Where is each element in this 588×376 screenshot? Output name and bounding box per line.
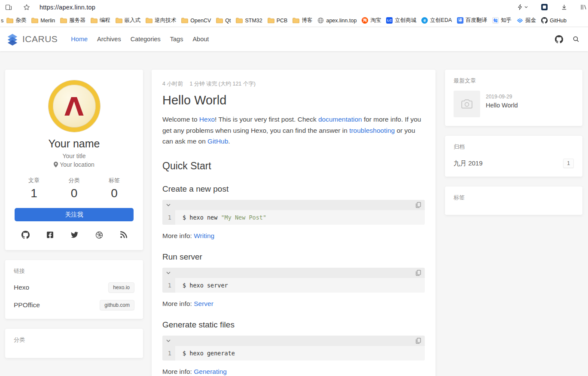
- camera-icon: [460, 98, 473, 110]
- links-header: 链接: [14, 267, 134, 275]
- article-card: 4 小时前 1 分钟 读完 (大约 121 个字) Hello World We…: [152, 70, 436, 376]
- bookmark-item[interactable]: 淘淘宝: [359, 16, 384, 25]
- bookmark-item[interactable]: STM32: [233, 17, 265, 24]
- bookmark-item[interactable]: 嵌入式: [113, 16, 143, 25]
- more-info-label: More info:: [162, 368, 194, 375]
- bookmark-item[interactable]: 杂类: [4, 16, 29, 25]
- intro-link[interactable]: Hexo: [199, 116, 215, 123]
- bookmark-item[interactable]: 逆向技术: [143, 16, 179, 25]
- site-brand[interactable]: ICARUS: [6, 33, 58, 46]
- bookmark-item[interactable]: PCB: [265, 17, 290, 24]
- bookmark-item[interactable]: 博客: [290, 16, 315, 25]
- code-line-row: 1$ hexo generate: [162, 346, 425, 361]
- intro-link[interactable]: troubleshooting: [349, 127, 395, 134]
- bookmark-label: 百度翻译: [466, 17, 487, 24]
- folder-icon: [292, 18, 299, 23]
- collapse-chevron-icon[interactable]: [166, 339, 171, 342]
- collapse-chevron-icon[interactable]: [166, 204, 171, 206]
- categories-card: 分类: [5, 329, 143, 358]
- collapse-chevron-icon[interactable]: [166, 272, 171, 274]
- bookmark-item[interactable]: apex.linn.top: [315, 16, 359, 24]
- bookmark-item[interactable]: Qt: [213, 17, 233, 24]
- bookmark-item[interactable]: GitHub: [539, 16, 569, 24]
- intro-text: Welcome to: [162, 116, 199, 123]
- nav-item-archives[interactable]: Archives: [92, 36, 126, 43]
- tags-header: 标签: [454, 194, 574, 202]
- more-info-label: More info:: [162, 232, 194, 239]
- bookmark-item[interactable]: 编程: [88, 16, 113, 25]
- download-icon[interactable]: [561, 4, 567, 10]
- bookmark-label: 立创商城: [395, 17, 416, 24]
- more-info-link[interactable]: Server: [194, 300, 213, 307]
- extension-icon[interactable]: [541, 3, 548, 11]
- bookmark-label: 淘宝: [370, 17, 381, 24]
- search-icon[interactable]: [573, 36, 579, 43]
- bookmark-item[interactable]: e立创EDA: [419, 16, 454, 25]
- bookmark-label: 杂类: [15, 17, 26, 24]
- performance-icon[interactable]: [517, 4, 528, 10]
- more-info-link[interactable]: Generating: [194, 368, 227, 375]
- code-text[interactable]: $ hexo new "My New Post": [175, 210, 266, 225]
- main-column: 4 小时前 1 分钟 读完 (大约 121 个字) Hello World We…: [152, 70, 436, 376]
- bookmark-label: OpenCV: [190, 18, 211, 24]
- link-item[interactable]: PPOfficegithub.com: [14, 300, 134, 310]
- github-icon[interactable]: [555, 35, 563, 43]
- code-line-row: 1$ hexo server: [162, 278, 425, 293]
- bookmark-star-icon[interactable]: [23, 4, 30, 11]
- nav-item-home[interactable]: Home: [66, 36, 92, 43]
- folder-icon: [268, 18, 274, 23]
- code-token: $ hexo new: [183, 214, 221, 221]
- profile-stat[interactable]: 文章1: [28, 177, 40, 200]
- nav-item-tags[interactable]: Tags: [165, 36, 188, 43]
- archive-item[interactable]: 九月 20191: [454, 159, 574, 168]
- bookmark-item[interactable]: 知知乎: [490, 16, 514, 25]
- copy-code-icon[interactable]: [416, 338, 421, 344]
- section-heading: Generate static files: [162, 320, 425, 330]
- profile-stat[interactable]: 标签0: [109, 177, 120, 200]
- bookmark-item[interactable]: 服务器: [58, 16, 88, 25]
- more-info-link[interactable]: Writing: [194, 232, 214, 239]
- intro-link[interactable]: GitHub: [207, 138, 228, 145]
- more-info: More info: Server: [162, 300, 425, 308]
- recent-post-item[interactable]: 2019-09-29Hello World: [454, 91, 574, 117]
- bookmark-item[interactable]: OpenCV: [179, 17, 213, 24]
- code-text[interactable]: $ hexo generate: [175, 346, 235, 361]
- intro-link[interactable]: documentation: [318, 116, 362, 123]
- reader-pages-icon[interactable]: [5, 4, 12, 11]
- twitter-icon[interactable]: [70, 231, 79, 239]
- link-domain-tag: github.com: [100, 300, 134, 310]
- site-navbar: ICARUS HomeArchivesCategoriesTagsAbout: [0, 27, 588, 51]
- bookmark-item[interactable]: 译百度翻译: [454, 16, 490, 25]
- code-text[interactable]: $ hexo server: [175, 278, 228, 293]
- profile-name: Your name: [15, 138, 134, 150]
- clipped-bookmark[interactable]: s: [1, 18, 3, 24]
- url-text[interactable]: https://apex.linn.top: [40, 4, 95, 11]
- copy-code-icon[interactable]: [416, 202, 421, 208]
- facebook-icon[interactable]: [46, 231, 54, 239]
- link-item[interactable]: Hexohexo.io: [14, 282, 134, 293]
- profile-stat[interactable]: 分类0: [69, 177, 80, 200]
- profile-location: Your location: [15, 161, 134, 168]
- github-icon: [541, 17, 548, 24]
- follow-button[interactable]: 关注我: [15, 208, 134, 221]
- folder-icon: [216, 18, 223, 23]
- bookmark-label: Merlin: [40, 18, 55, 24]
- folder-icon: [236, 18, 243, 23]
- stat-value: 0: [69, 186, 80, 200]
- copy-code-icon[interactable]: [416, 270, 421, 276]
- bookmark-label: 服务器: [69, 17, 85, 24]
- github-icon[interactable]: [21, 231, 30, 239]
- link-name: PPOffice: [14, 301, 40, 309]
- archives-header: 归档: [454, 143, 574, 151]
- dribbble-icon[interactable]: [95, 231, 103, 239]
- bookmark-item[interactable]: Merlin: [29, 17, 58, 24]
- nav-item-categories[interactable]: Categories: [126, 36, 165, 43]
- folder-icon: [116, 18, 122, 23]
- post-thumbnail: [454, 91, 480, 117]
- post-title-link[interactable]: Hello World: [486, 102, 518, 109]
- nav-item-about[interactable]: About: [188, 36, 213, 43]
- bookmark-item[interactable]: LC立创商城: [384, 16, 419, 25]
- library-icon[interactable]: [580, 4, 587, 10]
- bookmark-item[interactable]: 掘金: [514, 16, 539, 25]
- rss-icon[interactable]: [120, 231, 127, 239]
